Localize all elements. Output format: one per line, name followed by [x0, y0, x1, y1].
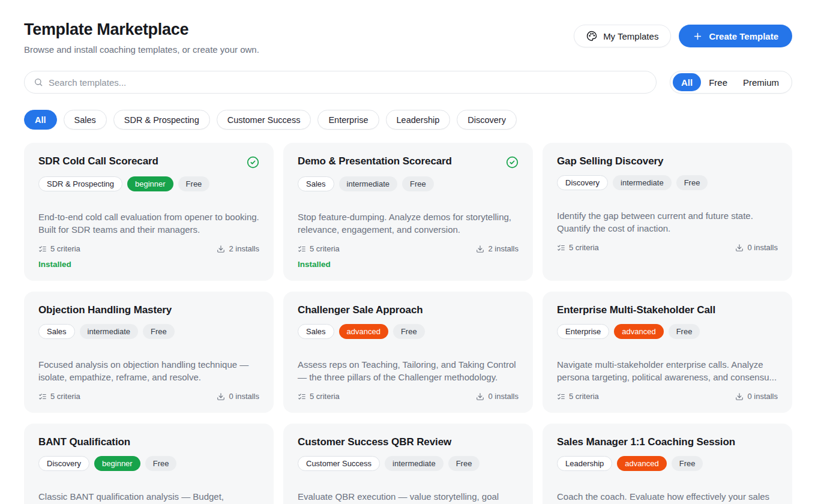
- page-header-text: Template Marketplace Browse and install …: [24, 20, 259, 55]
- my-templates-button[interactable]: My Templates: [574, 25, 671, 47]
- list-checks-icon: [38, 392, 47, 401]
- template-description: Identify the gap between current and fut…: [557, 210, 778, 235]
- header-actions: My Templates Create Template: [574, 25, 792, 47]
- template-description: Assess reps on Teaching, Tailoring, and …: [298, 359, 519, 384]
- template-description: Navigate multi-stakeholder enterprise ca…: [557, 359, 778, 384]
- template-title: Demo & Presentation Scorecard: [298, 155, 452, 167]
- template-description: Coach the coach. Evaluate how effectivel…: [557, 491, 778, 504]
- template-card[interactable]: Customer Success QBR Review Customer Suc…: [283, 424, 533, 504]
- level-tag: intermediate: [80, 324, 139, 339]
- level-tag: advanced: [614, 324, 663, 339]
- criteria-meta: 5 criteria: [557, 243, 599, 252]
- category-pill-leadership[interactable]: Leadership: [386, 110, 451, 130]
- criteria-meta: 5 criteria: [298, 244, 340, 253]
- card-footer: 5 criteria 0 installs: [298, 392, 519, 401]
- template-card[interactable]: Demo & Presentation Scorecard Sales inte…: [283, 143, 533, 281]
- criteria-count: 5 criteria: [310, 392, 340, 401]
- installs-count: 0 installs: [488, 392, 519, 401]
- card-header: Demo & Presentation Scorecard: [298, 155, 519, 169]
- template-title: SDR Cold Call Scorecard: [38, 155, 158, 167]
- template-card[interactable]: Sales Manager 1:1 Coaching Session Leade…: [543, 424, 792, 504]
- price-tag: Free: [402, 176, 434, 191]
- category-pill-all[interactable]: All: [24, 110, 57, 130]
- category-pill-discovery[interactable]: Discovery: [457, 110, 517, 130]
- search-box[interactable]: [24, 71, 657, 94]
- price-filter-all[interactable]: All: [673, 73, 701, 91]
- price-filter-free[interactable]: Free: [701, 73, 735, 91]
- tag-row: Discovery intermediate Free: [557, 175, 778, 190]
- installs-meta: 2 installs: [476, 244, 519, 253]
- template-card[interactable]: Enterprise Multi-Stakeholder Call Enterp…: [543, 292, 792, 413]
- category-tag: Discovery: [38, 456, 89, 471]
- criteria-count: 5 criteria: [50, 244, 80, 253]
- criteria-meta: 5 criteria: [38, 244, 80, 253]
- template-title: Enterprise Multi-Stakeholder Call: [557, 304, 715, 316]
- create-template-label: Create Template: [709, 31, 778, 41]
- criteria-count: 5 criteria: [310, 244, 340, 253]
- price-filter: All Free Premium: [670, 71, 792, 94]
- category-pill-sdr-prospecting[interactable]: SDR & Prospecting: [113, 110, 210, 130]
- level-tag: beginner: [94, 456, 140, 471]
- tag-row: Sales intermediate Free: [38, 324, 259, 339]
- category-tag: Customer Success: [298, 456, 380, 471]
- category-pill-enterprise[interactable]: Enterprise: [317, 110, 379, 130]
- installs-count: 2 installs: [229, 244, 259, 253]
- criteria-count: 5 criteria: [569, 392, 599, 401]
- category-pill-customer-success[interactable]: Customer Success: [217, 110, 311, 130]
- download-icon: [217, 392, 225, 401]
- template-title: Challenger Sale Approach: [298, 304, 423, 316]
- installs-count: 2 installs: [488, 244, 519, 253]
- price-tag: Free: [669, 324, 700, 339]
- template-card[interactable]: Challenger Sale Approach Sales advanced …: [283, 292, 533, 413]
- palette-icon: [586, 31, 597, 41]
- criteria-count: 5 criteria: [569, 243, 599, 252]
- tag-row: Sales intermediate Free: [298, 176, 519, 191]
- template-marketplace-page: Template Marketplace Browse and install …: [0, 0, 830, 504]
- template-description: Classic BANT qualification analysis — Bu…: [38, 491, 259, 504]
- search-input[interactable]: [49, 77, 647, 88]
- download-icon: [735, 392, 744, 401]
- price-tag: Free: [143, 324, 175, 339]
- card-header: SDR Cold Call Scorecard: [38, 155, 259, 169]
- price-tag: Free: [672, 456, 703, 471]
- card-header: BANT Qualification: [38, 436, 259, 448]
- category-filter-row: All Sales SDR & Prospecting Customer Suc…: [24, 110, 792, 130]
- tag-row: Sales advanced Free: [298, 324, 519, 339]
- tag-row: Leadership advanced Free: [557, 456, 778, 471]
- template-description: Evaluate QBR execution — value storytell…: [298, 491, 519, 504]
- installs-meta: 0 installs: [735, 392, 778, 401]
- category-tag: Leadership: [557, 456, 612, 471]
- price-filter-premium[interactable]: Premium: [735, 73, 787, 91]
- category-pill-sales[interactable]: Sales: [64, 110, 107, 130]
- template-card[interactable]: Gap Selling Discovery Discovery intermed…: [543, 143, 792, 281]
- download-icon: [476, 392, 484, 401]
- template-description: Focused analysis on objection handling t…: [38, 359, 259, 384]
- level-tag: beginner: [127, 176, 173, 191]
- card-header: Objection Handling Mastery: [38, 304, 259, 316]
- template-card[interactable]: Objection Handling Mastery Sales interme…: [24, 292, 274, 413]
- page-subtitle: Browse and install coaching templates, o…: [24, 44, 259, 55]
- installs-meta: 2 installs: [217, 244, 259, 253]
- price-tag: Free: [676, 175, 708, 190]
- installed-label: Installed: [298, 260, 519, 269]
- installed-check-icon: [247, 156, 259, 169]
- level-tag: intermediate: [613, 175, 672, 190]
- template-title: Objection Handling Mastery: [38, 304, 172, 316]
- list-checks-icon: [298, 392, 306, 401]
- category-tag: Discovery: [557, 175, 608, 190]
- tag-row: Discovery beginner Free: [38, 456, 259, 471]
- plus-icon: [693, 31, 703, 41]
- template-card[interactable]: BANT Qualification Discovery beginner Fr…: [24, 424, 274, 504]
- price-tag: Free: [145, 456, 177, 471]
- create-template-button[interactable]: Create Template: [679, 25, 792, 47]
- card-header: Customer Success QBR Review: [298, 436, 519, 448]
- template-card[interactable]: SDR Cold Call Scorecard SDR & Prospectin…: [24, 143, 274, 281]
- installs-count: 0 installs: [747, 392, 778, 401]
- template-description: Stop feature-dumping. Analyze demos for …: [298, 211, 519, 236]
- list-checks-icon: [298, 245, 306, 253]
- search-icon: [34, 77, 43, 87]
- search-row: All Free Premium: [24, 71, 792, 94]
- installs-meta: 0 installs: [735, 243, 778, 252]
- criteria-meta: 5 criteria: [38, 392, 80, 401]
- card-footer: 5 criteria 2 installs: [298, 244, 519, 253]
